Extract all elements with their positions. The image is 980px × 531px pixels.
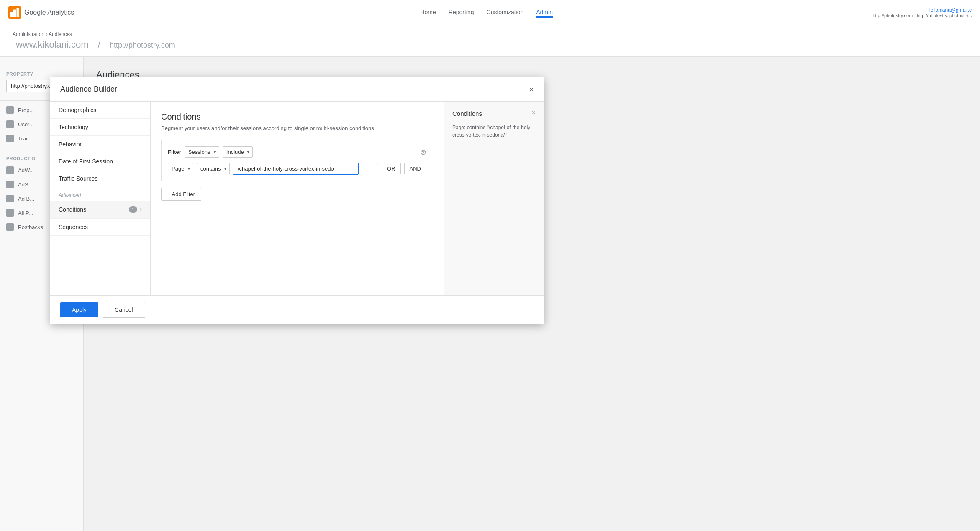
sidebar-item-label-allp: All P... (18, 210, 33, 216)
modal-body: Demographics Technology Behavior Date of… (50, 102, 544, 295)
site1: www.kikolani.com (16, 39, 89, 50)
modal-nav-demographics[interactable]: Demographics (50, 102, 150, 119)
modal-footer: Apply Cancel (50, 295, 544, 324)
filter-dismiss-button[interactable]: ⊗ (420, 148, 426, 157)
sidebar-item-label-ads: AdS... (18, 181, 33, 188)
sidebar-item-label-track: Trac... (18, 135, 33, 142)
prop-icon (6, 106, 14, 114)
filter-or-button[interactable]: OR (382, 163, 401, 174)
chevron-right-icon: › (140, 206, 142, 213)
ga-icon (8, 6, 21, 19)
sidebar-item-label-post: Postbacks (18, 224, 43, 230)
breadcrumb-admin[interactable]: Administration (13, 31, 44, 37)
modal-close-button[interactable]: × (529, 85, 534, 94)
filter-page-select[interactable]: Page (168, 163, 193, 174)
modal-advanced-label: Advanced (50, 187, 150, 201)
allp-icon (6, 209, 14, 217)
breadcrumb: Administration › Audiences (13, 31, 967, 37)
filter-include-wrapper: Include (223, 146, 253, 158)
modal-center-panel: Conditions Segment your users and/or the… (151, 102, 444, 295)
audience-builder-modal: Audience Builder × Demographics Technolo… (50, 77, 544, 324)
nav-customization[interactable]: Customization (487, 7, 524, 18)
modal-title: Audience Builder (60, 85, 117, 94)
right-panel-title: Conditions (452, 110, 482, 117)
modal-nav-traffic-sources[interactable]: Traffic Sources (50, 170, 150, 187)
right-panel-content: Page: contains "/chapel-of-the-holy-cros… (452, 124, 536, 139)
nav-reporting[interactable]: Reporting (449, 7, 474, 18)
filter-box: Filter Sessions Include ⊗ (161, 140, 433, 181)
sub-header: Administration › Audiences www.kikolani.… (0, 25, 980, 57)
user-sites: http://photostry.com - http://photostry.… (872, 13, 972, 18)
user-info: leilaniana@gmail.c http://photostry.com … (872, 7, 972, 18)
filter-condition-select[interactable]: contains (197, 163, 230, 174)
conditions-description: Segment your users and/or their sessions… (161, 125, 433, 131)
cancel-button[interactable]: Cancel (103, 302, 145, 318)
filter-label: Filter (168, 149, 181, 155)
modal-nav-conditions[interactable]: Conditions 1 › (50, 201, 150, 219)
filter-value-input[interactable] (233, 163, 359, 175)
modal-nav-technology[interactable]: Technology (50, 119, 150, 136)
filter-and-button[interactable]: AND (404, 163, 426, 174)
right-panel-dismiss-button[interactable]: × (532, 109, 536, 117)
adb-icon (6, 195, 14, 202)
modal-nav-sequences[interactable]: Sequences (50, 219, 150, 236)
app-name: Google Analytics (24, 9, 74, 16)
svg-rect-3 (17, 8, 19, 17)
filter-scope-wrapper: Sessions (185, 146, 219, 158)
site2: http://photostry.com (110, 41, 175, 49)
sidebar-item-label-adb: Ad B... (18, 196, 34, 202)
property-label: PROPERTY (6, 71, 77, 77)
page-title: www.kikolani.com / http://photostry.com (13, 39, 967, 56)
filter-condition-wrapper: contains (197, 163, 230, 174)
modal-nav-date-first-session[interactable]: Date of First Session (50, 153, 150, 170)
nav-admin[interactable]: Admin (536, 7, 553, 18)
filter-row-top: Filter Sessions Include ⊗ (168, 146, 426, 158)
add-filter-button[interactable]: + Add Filter (161, 188, 201, 201)
filter-page-wrapper: Page (168, 163, 193, 174)
sidebar-item-label-adw: AdW... (18, 167, 34, 174)
filter-include-select[interactable]: Include (223, 146, 253, 158)
nav-home[interactable]: Home (420, 7, 436, 18)
filter-scope-select[interactable]: Sessions (185, 146, 219, 158)
breadcrumb-audiences: Audiences (49, 31, 72, 37)
sidebar-item-label-prop: Prop... (18, 107, 34, 113)
user-email: leilaniana@gmail.c (872, 7, 972, 13)
filter-condition-row: Page contains — OR AND (168, 163, 426, 175)
modal-right-panel: Conditions × Page: contains "/chapel-of-… (444, 102, 544, 295)
svg-rect-2 (13, 9, 16, 17)
ads-icon (6, 181, 14, 188)
track-icon (6, 135, 14, 142)
title-separator: / (98, 39, 100, 50)
user-icon (6, 120, 14, 128)
svg-rect-1 (10, 12, 13, 17)
post-icon (6, 223, 14, 231)
sidebar-item-label-user: User... (18, 121, 34, 128)
modal-nav-behavior[interactable]: Behavior (50, 136, 150, 153)
modal-left-panel: Demographics Technology Behavior Date of… (50, 102, 151, 295)
app-logo: Google Analytics (8, 6, 100, 19)
apply-button[interactable]: Apply (60, 302, 98, 317)
adw-icon (6, 166, 14, 174)
top-nav-links: Home Reporting Customization Admin (100, 7, 872, 18)
conditions-title: Conditions (161, 112, 433, 122)
top-nav: Google Analytics Home Reporting Customiz… (0, 0, 980, 25)
modal-header: Audience Builder × (50, 77, 544, 102)
filter-minus-button[interactable]: — (362, 163, 378, 174)
conditions-badge: 1 (129, 206, 137, 213)
